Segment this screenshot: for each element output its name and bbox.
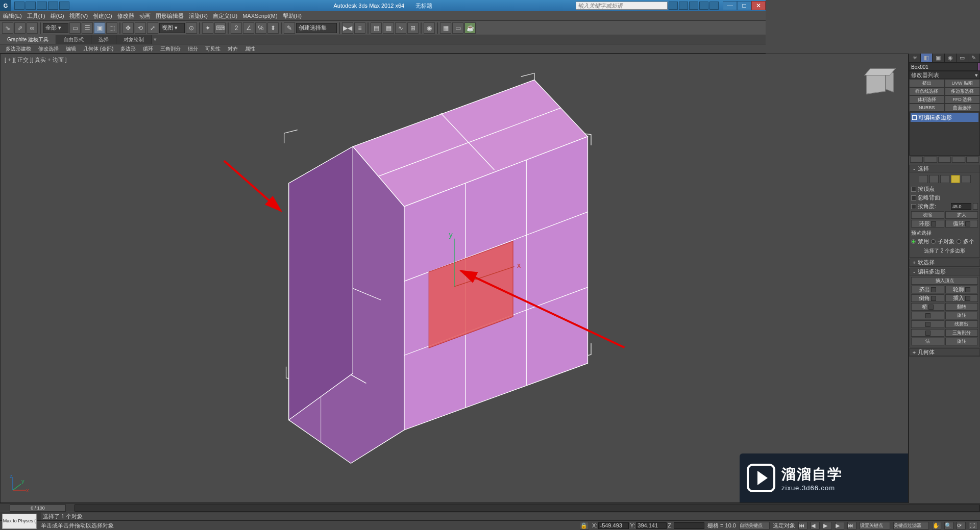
scene-3d-box: x y: [1, 54, 766, 415]
snap-2d-button[interactable]: 2: [231, 22, 242, 34]
qat-open-icon[interactable]: [48, 2, 58, 10]
ribbon-panel-geom[interactable]: 几何体 (全部): [80, 44, 117, 53]
search-icon[interactable]: [669, 2, 678, 10]
menu-tools[interactable]: 工具(T): [27, 12, 45, 20]
menu-edit[interactable]: 编辑(E): [3, 12, 22, 20]
ribbon-panel-subdiv[interactable]: 细分: [184, 44, 202, 53]
ribbon-tab-graphite[interactable]: Graphite 建模工具: [0, 35, 56, 44]
ribbon-panel-tri[interactable]: 三角剖分: [157, 44, 184, 53]
layers-button[interactable]: ▤: [371, 22, 382, 34]
named-sel-dropdown[interactable]: 创建选择集: [296, 23, 337, 33]
qat-drop-icon[interactable]: [59, 2, 69, 10]
menu-animation[interactable]: 动画: [139, 12, 151, 20]
main-toolbar: ⇘ ⇗ ∞ 全部 ▾ ▭ ☰ ▣ ⬚ ✥ ⟲ ⤢ 视图 ▾ ⊙ ✦ ⌨ 2 ∠ …: [0, 21, 766, 35]
snap-angle-button[interactable]: ∠: [243, 22, 254, 34]
render-setup-button[interactable]: ▦: [440, 22, 451, 34]
svg-text:x: x: [517, 261, 521, 269]
ribbon-panels: 多边形建模 修改选择 编辑 几何体 (全部) 多边形 循环 三角剖分 细分 可见…: [0, 44, 766, 54]
ribbon-panel-vis[interactable]: 可见性: [202, 44, 224, 53]
close-button[interactable]: ✕: [751, 1, 766, 10]
title-bar: G Autodesk 3ds Max 2012 x64 无标题 — □ ✕: [0, 0, 766, 11]
keyboard-shortcut-button[interactable]: ⌨: [214, 22, 226, 34]
select-name-button[interactable]: ☰: [82, 22, 93, 34]
menu-help[interactable]: 帮助(H): [283, 12, 302, 20]
spinner-snap-button[interactable]: ⬍: [267, 22, 279, 34]
menu-group[interactable]: 组(G): [51, 12, 64, 20]
select-object-button[interactable]: ▭: [69, 22, 81, 34]
ribbon-panel-modsel[interactable]: 修改选择: [35, 44, 62, 53]
ribbon-panel-poly[interactable]: 多边形建模: [2, 44, 35, 53]
menu-create[interactable]: 创建(C): [93, 12, 112, 20]
minimize-button[interactable]: —: [723, 1, 737, 10]
window-crossing-button[interactable]: ⬚: [106, 22, 117, 34]
ribbon-panel-align[interactable]: 对齐: [224, 44, 241, 53]
move-button[interactable]: ✥: [122, 22, 134, 34]
favorites-icon[interactable]: [699, 2, 708, 10]
bind-button[interactable]: ∞: [27, 22, 38, 34]
qat-redo-icon[interactable]: [26, 2, 36, 10]
selection-filter-dropdown[interactable]: 全部 ▾: [43, 23, 68, 33]
subscription-icon[interactable]: [679, 2, 688, 10]
menu-render[interactable]: 渲染(R): [189, 12, 208, 20]
app-menu-icon[interactable]: G: [0, 0, 11, 11]
menu-bar: 编辑(E) 工具(T) 组(G) 视图(V) 创建(C) 修改器 动画 图形编辑…: [0, 11, 766, 21]
ribbon-panel-props[interactable]: 属性: [241, 44, 259, 53]
ref-coord-dropdown[interactable]: 视图 ▾: [159, 23, 185, 33]
rotate-button[interactable]: ⟲: [135, 22, 146, 34]
ribbon-tabs: Graphite 建模工具 自由形式 选择 对象绘制 ▾: [0, 35, 766, 44]
menu-graph[interactable]: 图形编辑器: [156, 12, 184, 20]
qat-undo-icon[interactable]: [14, 2, 24, 10]
named-sel-edit-button[interactable]: ✎: [284, 22, 295, 34]
ribbon-panel-loops[interactable]: 循环: [139, 44, 157, 53]
align-button[interactable]: ≡: [354, 22, 365, 34]
viewport[interactable]: [ + ][ 正交 ][ 真实 + 边面 ]: [0, 54, 766, 415]
curve-editor-button[interactable]: ∿: [395, 22, 406, 34]
link-button[interactable]: ⇘: [2, 22, 13, 34]
unlink-button[interactable]: ⇗: [14, 22, 26, 34]
snap-percent-button[interactable]: %: [255, 22, 266, 34]
app-title: Autodesk 3ds Max 2012 x64: [333, 3, 404, 9]
menu-views[interactable]: 视图(V): [69, 12, 88, 20]
ribbon-tab-selection[interactable]: 选择: [91, 35, 116, 44]
scale-button[interactable]: ⤢: [147, 22, 158, 34]
svg-marker-7: [289, 146, 353, 415]
infocenter: — □ ✕: [576, 1, 766, 10]
menu-customize[interactable]: 自定义(U): [213, 12, 237, 20]
svg-text:y: y: [449, 231, 453, 239]
ribbon-panel-polys[interactable]: 多边形: [117, 44, 139, 53]
mirror-button[interactable]: ▶◀: [342, 22, 353, 34]
ribbon-tab-freeform[interactable]: 自由形式: [56, 35, 91, 44]
qat-save-icon[interactable]: [37, 2, 47, 10]
maximize-button[interactable]: □: [737, 1, 751, 10]
exchange-icon[interactable]: [689, 2, 698, 10]
ribbon-tab-paint[interactable]: 对象绘制: [116, 35, 152, 44]
render-button[interactable]: ☕: [464, 22, 476, 34]
menu-modifiers[interactable]: 修改器: [117, 12, 134, 20]
schematic-button[interactable]: ⊞: [407, 22, 419, 34]
material-editor-button[interactable]: ◉: [424, 22, 435, 34]
layer-manager-button[interactable]: ▦: [383, 22, 394, 34]
ribbon-panel-edit[interactable]: 编辑: [62, 44, 80, 53]
infocenter-search-input[interactable]: [576, 2, 668, 10]
quick-access-toolbar: [14, 2, 69, 10]
select-manip-button[interactable]: ✦: [202, 22, 213, 34]
ribbon-expand-icon[interactable]: ▾: [152, 35, 159, 44]
document-title: 无标题: [415, 3, 432, 9]
menu-maxscript[interactable]: MAXScript(M): [242, 13, 277, 19]
select-region-button[interactable]: ▣: [94, 22, 105, 34]
help-icon[interactable]: [709, 2, 719, 10]
use-center-button[interactable]: ⊙: [186, 22, 197, 34]
rendered-frame-button[interactable]: ▭: [452, 22, 463, 34]
